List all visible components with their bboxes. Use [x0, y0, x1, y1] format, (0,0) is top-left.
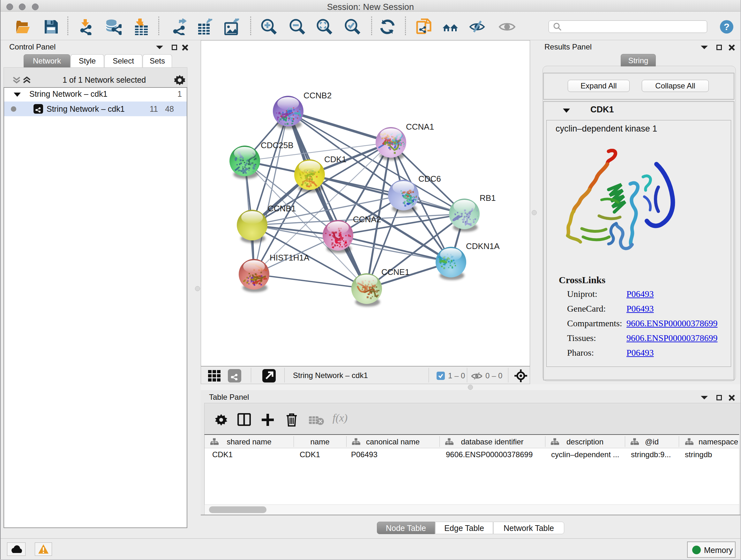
svg-text:CCNB1: CCNB1: [268, 204, 296, 213]
svg-text:CCNB2: CCNB2: [304, 91, 332, 100]
svg-text:CCNA1: CCNA1: [406, 122, 434, 132]
svg-text:?: ?: [724, 21, 730, 32]
svg-text:CDKN1A: CDKN1A: [466, 241, 500, 251]
svg-text:RB1: RB1: [480, 193, 496, 203]
svg-text:HIST1H1A: HIST1H1A: [270, 253, 310, 262]
svg-text:CCNE1: CCNE1: [381, 267, 409, 277]
svg-text:CDC6: CDC6: [418, 174, 441, 184]
svg-text:CCNA2: CCNA2: [353, 214, 381, 224]
svg-text:CDC25B: CDC25B: [261, 140, 293, 150]
svg-text:CDK1: CDK1: [324, 154, 346, 164]
